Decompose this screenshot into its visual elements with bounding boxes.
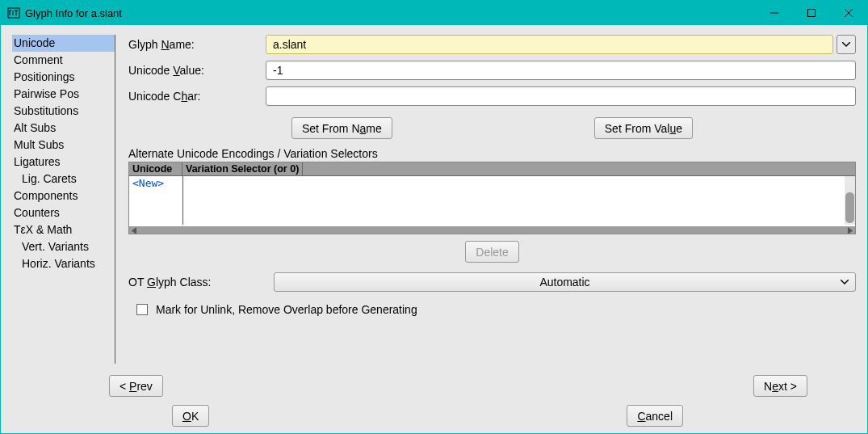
unicode-char-label: Unicode Char: xyxy=(128,90,266,103)
sidebar-item-pairwise-pos[interactable]: Pairwise Pos xyxy=(12,86,115,103)
mark-unlink-label: Mark for Unlink, Remove Overlap before G… xyxy=(156,303,417,316)
window-title: Glyph Info for a.slant xyxy=(25,7,756,19)
maximize-button[interactable] xyxy=(793,1,830,25)
sidebar-item-components[interactable]: Components xyxy=(12,188,115,204)
sidebar-item-alt-subs[interactable]: Alt Subs xyxy=(12,120,115,137)
titlebar: Glyph Info for a.slant xyxy=(1,1,867,25)
horizontal-scrollbar[interactable] xyxy=(129,226,855,234)
minimize-button[interactable] xyxy=(756,1,793,25)
upper-area: UnicodeCommentPositioningsPairwise PosSu… xyxy=(12,35,856,364)
glyph-name-dropdown-button[interactable] xyxy=(837,35,856,54)
sidebar-item-counters[interactable]: Counters xyxy=(12,204,115,221)
footer-row: OK Cancel xyxy=(12,402,856,427)
sidebar-item-comment[interactable]: Comment xyxy=(12,52,115,69)
close-button[interactable] xyxy=(830,1,867,25)
glyph-name-input[interactable] xyxy=(266,35,833,54)
column-divider xyxy=(182,176,183,225)
set-from-name-button[interactable]: Set From Name xyxy=(291,117,392,139)
sidebar-item-t-x-math[interactable]: TεX & Math xyxy=(12,221,115,238)
col-variation-selector[interactable]: Variation Selector (or 0) xyxy=(182,162,303,175)
sidebar: UnicodeCommentPositioningsPairwise PosSu… xyxy=(12,35,115,364)
chevron-down-icon xyxy=(842,42,850,47)
sidebar-item-lig-carets[interactable]: Lig. Carets xyxy=(12,171,115,188)
prev-button[interactable]: < Prev xyxy=(109,375,163,397)
delete-button: Delete xyxy=(465,241,518,263)
col-unicode[interactable]: Unicode xyxy=(129,162,182,175)
set-from-row: Set From Name Set From Value xyxy=(128,117,856,139)
maximize-icon xyxy=(807,9,816,17)
scroll-left-icon[interactable] xyxy=(129,226,140,234)
sidebar-item-ligatures[interactable]: Ligatures xyxy=(12,154,115,171)
window: Glyph Info for a.slant UnicodeCommentPos… xyxy=(0,0,868,434)
unicode-value-input[interactable] xyxy=(266,61,856,80)
nav-row: < Prev Next > xyxy=(12,364,856,400)
sidebar-item-positionings[interactable]: Positionings xyxy=(12,69,115,86)
ot-glyph-class-row: OT Glyph Class: Automatic xyxy=(128,272,856,292)
unicode-char-input[interactable] xyxy=(266,86,856,106)
cancel-button[interactable]: Cancel xyxy=(627,405,683,427)
close-icon xyxy=(845,9,853,17)
scroll-thumb[interactable] xyxy=(845,192,854,223)
sidebar-item-horiz-variants[interactable]: Horiz. Variants xyxy=(12,255,115,272)
sidebar-item-unicode[interactable]: Unicode xyxy=(12,35,115,52)
ot-glyph-class-label: OT Glyph Class: xyxy=(128,276,274,289)
unicode-char-row: Unicode Char: xyxy=(128,86,856,106)
sidebar-item-vert-variants[interactable]: Vert. Variants xyxy=(12,238,115,255)
unicode-value-label: Unicode Value: xyxy=(128,64,266,77)
vertical-scrollbar[interactable] xyxy=(845,176,855,225)
sidebar-item-substitutions[interactable]: Substitutions xyxy=(12,103,115,120)
alternate-encodings-heading: Alternate Unicode Encodings / Variation … xyxy=(128,147,856,160)
alternate-encodings-table[interactable]: Unicode Variation Selector (or 0) <New> xyxy=(128,162,856,234)
glyph-name-row: Glyph Name: xyxy=(128,35,856,54)
svg-rect-2 xyxy=(808,10,816,17)
client-area: UnicodeCommentPositioningsPairwise PosSu… xyxy=(1,25,867,433)
table-body: <New> xyxy=(129,176,855,226)
app-icon xyxy=(7,6,20,19)
delete-row: Delete xyxy=(128,241,856,263)
set-from-value-button[interactable]: Set From Value xyxy=(594,117,693,139)
chevron-down-icon xyxy=(841,280,849,284)
mark-unlink-checkbox[interactable] xyxy=(136,304,148,315)
ok-button[interactable]: OK xyxy=(172,405,209,427)
sidebar-item-mult-subs[interactable]: Mult Subs xyxy=(12,137,115,154)
window-controls xyxy=(756,1,867,25)
minimize-icon xyxy=(770,9,778,17)
next-button[interactable]: Next > xyxy=(753,375,807,397)
new-row[interactable]: <New> xyxy=(129,176,855,190)
glyph-name-label: Glyph Name: xyxy=(128,38,266,51)
ot-glyph-class-select[interactable]: Automatic xyxy=(274,272,856,292)
mark-unlink-row: Mark for Unlink, Remove Overlap before G… xyxy=(128,303,856,316)
scroll-right-icon[interactable] xyxy=(845,226,855,234)
content-panel: Glyph Name: Unicode Value: Unicode Ch xyxy=(115,35,856,364)
table-header: Unicode Variation Selector (or 0) xyxy=(129,162,855,176)
unicode-value-row: Unicode Value: xyxy=(128,61,856,80)
